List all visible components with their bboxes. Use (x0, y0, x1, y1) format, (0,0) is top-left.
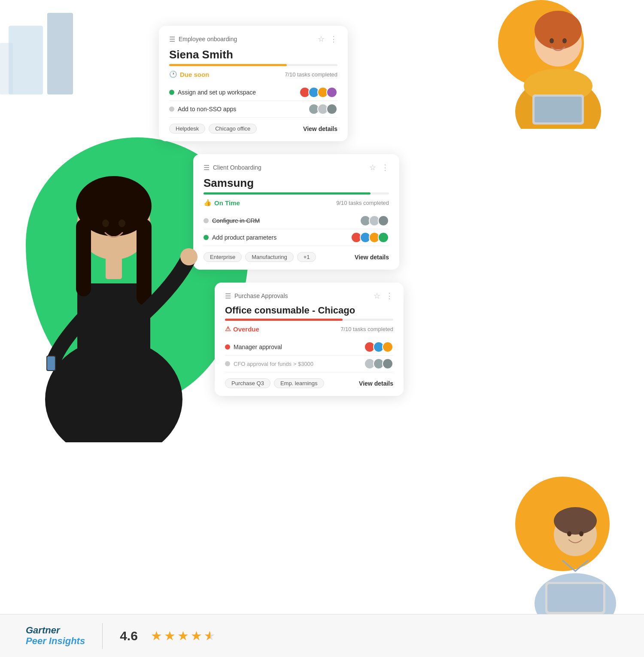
card3-progress-bar (225, 319, 393, 321)
star-1: ★ (151, 628, 162, 643)
card1-star-icon[interactable]: ☆ (318, 34, 325, 44)
client-onboarding-card: ☰ Client Onboarding ☆ ⋮ Samsung 👍 On Tim… (193, 154, 399, 270)
cards-stack: ☰ Employee onboarding ☆ ⋮ Siena Smith 🕐 … (159, 26, 571, 409)
card1-title: Siena Smith (169, 48, 337, 61)
card2-star-icon[interactable]: ☆ (369, 163, 376, 172)
card2-header: ☰ Client Onboarding ☆ ⋮ (204, 163, 389, 172)
gartner-logo: Gartner Peer Insights (26, 625, 85, 646)
card3-status-badge: ⚠ Overdue (225, 325, 259, 333)
list-icon-3: ☰ (225, 292, 231, 300)
card1-tasks-count: 7/10 tasks completed (285, 71, 337, 78)
card2-tag-1[interactable]: Enterprise (204, 252, 242, 262)
card3-tag-2[interactable]: Emp. learnings (274, 378, 324, 388)
card2-task-1: Configure in CRM (204, 213, 389, 229)
card1-status-row: 🕐 Due soon 7/10 tasks completed (169, 70, 337, 78)
card3-task2-dot (225, 361, 230, 366)
list-icon-1: ☰ (169, 35, 175, 43)
star-5-half: ★ ★ (204, 628, 216, 643)
rating-divider (102, 623, 103, 649)
card1-task-1: Assign and set up workspace (169, 84, 337, 101)
card2-task1-avatars (360, 215, 389, 226)
insights-text: Insights (49, 636, 85, 646)
avatar (326, 87, 337, 98)
card2-tags: Enterprise Manufacturing +1 (204, 252, 316, 262)
card3-task2-left: CFO approval for funds > $3000 (225, 361, 313, 367)
card3-warning-icon: ⚠ (225, 325, 231, 333)
gartner-text: Gartner (26, 625, 60, 636)
avatar (378, 232, 389, 243)
rating-bar: Gartner Peer Insights 4.6 ★ ★ ★ ★ ★ ★ (0, 614, 644, 657)
card1-header-actions: ☆ ⋮ (318, 34, 337, 44)
svg-point-25 (102, 219, 109, 227)
card2-tag-2[interactable]: Manufacturing (245, 252, 293, 262)
card2-status-text: On Time (214, 199, 240, 207)
card2-header-actions: ☆ ⋮ (369, 163, 389, 172)
card3-view-details[interactable]: View details (359, 380, 393, 387)
card2-tasks-count: 9/10 tasks completed (336, 200, 389, 206)
card1-task1-left: Assign and set up workspace (169, 89, 256, 96)
card3-tags: Purchase Q3 Emp. learnings (225, 378, 324, 388)
card1-status-text: Due soon (180, 71, 209, 78)
card1-progress-fill (169, 64, 287, 66)
card2-status-badge: 👍 On Time (204, 199, 240, 207)
card2-progress-bar (204, 192, 389, 195)
card3-header-actions: ☆ ⋮ (374, 291, 393, 301)
card1-header-title: Employee onboarding (179, 36, 237, 43)
card3-header-title: Purchase Approvals (234, 292, 288, 299)
card3-task-1: Manager approval (225, 339, 393, 356)
card2-task-2: Add product parameters (204, 229, 389, 246)
peer-text: Peer (26, 636, 46, 646)
card1-view-details[interactable]: View details (303, 125, 337, 132)
svg-point-13 (554, 507, 597, 535)
card2-task2-avatars (351, 232, 389, 243)
card1-task2-avatars (308, 103, 337, 115)
card1-header: ☰ Employee onboarding ☆ ⋮ (169, 34, 337, 44)
card3-dots-icon[interactable]: ⋮ (386, 291, 393, 301)
svg-point-26 (118, 219, 125, 227)
avatar (382, 358, 393, 369)
avatar (378, 215, 389, 226)
star-2: ★ (164, 628, 176, 643)
card3-footer: Purchase Q3 Emp. learnings View details (225, 378, 393, 388)
card3-task-2: CFO approval for funds > $3000 (225, 356, 393, 372)
card3-task1-text: Manager approval (234, 344, 282, 350)
card1-task-2: Add to non-SSO apps (169, 101, 337, 118)
card1-tag-2[interactable]: Chicago office (209, 124, 257, 134)
card1-task2-text: Add to non-SSO apps (178, 106, 236, 113)
svg-rect-1 (47, 13, 73, 94)
card1-header-left: ☰ Employee onboarding (169, 35, 237, 43)
svg-point-14 (567, 531, 571, 536)
card1-dots-icon[interactable]: ⋮ (330, 34, 337, 44)
avatar (326, 103, 337, 115)
main-person (21, 120, 206, 442)
card3-task1-dot (225, 344, 230, 350)
svg-rect-29 (47, 356, 55, 370)
svg-point-15 (579, 531, 583, 536)
building-decoration (0, 0, 120, 96)
card2-dots-icon[interactable]: ⋮ (381, 163, 389, 172)
card2-view-details[interactable]: View details (355, 254, 389, 261)
card1-task2-left: Add to non-SSO apps (169, 106, 236, 113)
card2-tag-3[interactable]: +1 (297, 252, 316, 262)
card3-header-left: ☰ Purchase Approvals (225, 292, 288, 300)
card1-task1-avatars (299, 87, 337, 98)
card3-task1-left: Manager approval (225, 344, 282, 350)
rating-score: 4.6 (120, 629, 138, 643)
card3-tag-1[interactable]: Purchase Q3 (225, 378, 270, 388)
card3-title: Office consumable - Chicago (225, 305, 393, 316)
card2-progress-fill (204, 192, 371, 195)
card2-task2-left: Add product parameters (204, 234, 276, 241)
card2-task1-left: Configure in CRM (204, 217, 260, 224)
card1-progress-bar (169, 64, 337, 66)
svg-rect-24 (106, 253, 122, 279)
card3-task2-avatars (364, 358, 393, 369)
card3-header: ☰ Purchase Approvals ☆ ⋮ (225, 291, 393, 301)
card3-star-icon[interactable]: ☆ (374, 291, 380, 301)
card3-progress-fill (225, 319, 343, 321)
stars-container: ★ ★ ★ ★ ★ ★ (151, 628, 216, 643)
star-3: ★ (177, 628, 189, 643)
card2-header-title: Client Onboarding (213, 164, 261, 171)
card1-task1-text: Assign and set up workspace (178, 89, 256, 96)
purchase-approvals-card: ☰ Purchase Approvals ☆ ⋮ Office consumab… (215, 283, 404, 396)
person-bottom-right (519, 487, 631, 616)
